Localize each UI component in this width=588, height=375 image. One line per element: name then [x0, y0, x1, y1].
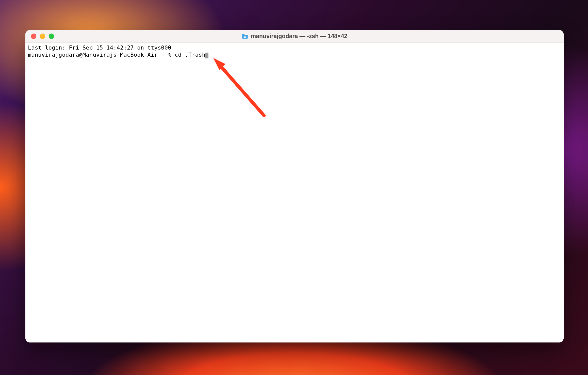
- svg-rect-2: [244, 37, 246, 37]
- cursor: [205, 53, 208, 58]
- terminal-content[interactable]: Last login: Fri Sep 15 14:42:27 on ttys0…: [25, 43, 564, 342]
- window-title-bar[interactable]: manuvirajgodara — -zsh — 148×42: [25, 30, 564, 43]
- terminal-window: manuvirajgodara — -zsh — 148×42 Last log…: [25, 30, 564, 342]
- minimize-button[interactable]: [40, 34, 45, 39]
- folder-icon: [242, 34, 248, 39]
- last-login-line: Last login: Fri Sep 15 14:42:27 on ttys0…: [28, 44, 561, 51]
- maximize-button[interactable]: [49, 34, 54, 39]
- close-button[interactable]: [31, 34, 36, 39]
- svg-rect-1: [244, 36, 246, 37]
- shell-prompt: manuvirajgodara@Manuvirajs-MacBook-Air ~…: [28, 52, 175, 58]
- window-title-text: manuvirajgodara — -zsh — 148×42: [251, 33, 347, 40]
- typed-command: cd .Trash: [175, 52, 205, 58]
- window-title: manuvirajgodara — -zsh — 148×42: [242, 33, 347, 40]
- window-controls: [25, 34, 54, 39]
- prompt-line: manuvirajgodara@Manuvirajs-MacBook-Air ~…: [28, 51, 561, 58]
